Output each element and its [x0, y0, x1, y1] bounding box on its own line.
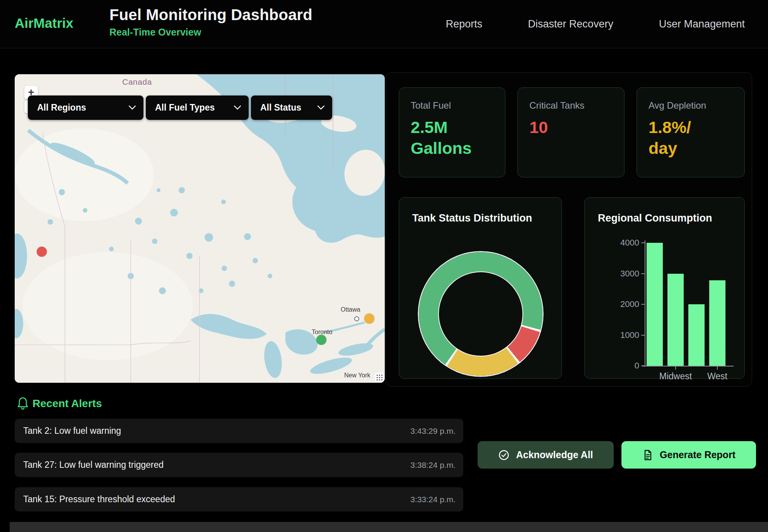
map-label-ottawa: Ottawa	[341, 306, 360, 313]
status-filter-select[interactable]: All Status	[251, 95, 332, 120]
y-tick-mark	[641, 365, 645, 366]
alert-row[interactable]: Tank 15: Pressure threshold exceeded 3:3…	[15, 487, 463, 512]
fuel-type-filter-value: All Fuel Types	[155, 102, 215, 113]
tank-marker-critical[interactable]	[37, 247, 47, 257]
alert-text: Tank 2: Low fuel warning	[23, 426, 121, 436]
acknowledge-all-label: Acknowledge All	[516, 449, 593, 460]
brand-logo[interactable]: AirMatrix	[15, 15, 73, 31]
stat-label: Total Fuel	[411, 100, 493, 111]
tank-status-chart-card: Tank Status Distribution	[399, 197, 562, 379]
consumption-bar	[647, 243, 663, 366]
metrics-panel: Total Fuel 2.5M Gallons Critical Tanks 1…	[386, 72, 752, 387]
consumption-bar	[688, 304, 705, 366]
alert-text: Tank 27: Low fuel warning triggered	[23, 460, 164, 470]
page-subtitle: Real-Time Overview	[109, 27, 312, 38]
stat-label: Avg Depletion	[649, 100, 733, 111]
alert-time: 3:33:24 p.m.	[410, 495, 456, 504]
x-tick-mark	[675, 367, 676, 370]
regional-consumption-bar-chart: 01000200030004000MidwestWest	[585, 198, 744, 379]
alert-text: Tank 15: Pressure threshold exceeded	[23, 494, 175, 505]
consumption-bar	[709, 280, 725, 366]
y-axis-line	[645, 240, 645, 367]
alert-row[interactable]: Tank 2: Low fuel warning 3:43:29 p.m.	[15, 419, 463, 443]
consumption-bar	[667, 274, 684, 366]
region-filter-value: All Regions	[37, 102, 86, 113]
page-title: Fuel Monitoring Dashboard	[109, 6, 312, 24]
tank-marker-normal[interactable]	[316, 335, 326, 345]
stat-value-total-fuel: 2.5M Gallons	[411, 117, 477, 159]
map-panel[interactable]: Canada Ottawa Toronto New York + All Reg…	[15, 74, 385, 383]
acknowledge-all-button[interactable]: Acknowledge All	[478, 441, 614, 469]
stat-card-total-fuel: Total Fuel 2.5M Gallons	[399, 87, 505, 177]
y-tick-mark	[641, 304, 645, 305]
y-tick-mark	[641, 335, 645, 336]
donut-hole	[438, 271, 523, 356]
x-tick-mark	[717, 367, 718, 370]
map-label-new-york: New York	[344, 372, 370, 379]
main-nav: Reports Disaster Recovery User Managemen…	[446, 0, 745, 48]
chevron-down-icon	[317, 106, 324, 110]
alert-time: 3:38:24 p.m.	[410, 460, 456, 470]
map-label-canada: Canada	[122, 77, 152, 87]
bell-icon	[17, 397, 29, 410]
stat-value-critical-tanks: 10	[529, 117, 596, 138]
stat-value-avg-depletion: 1.8%/ day	[649, 117, 715, 159]
nav-user-management[interactable]: User Management	[659, 18, 745, 30]
stat-card-avg-depletion: Avg Depletion 1.8%/ day	[637, 87, 745, 177]
y-tick-label: 4000	[612, 238, 639, 248]
tank-marker-warning[interactable]	[364, 314, 374, 324]
app-header: AirMatrix Fuel Monitoring Dashboard Real…	[0, 0, 768, 48]
check-circle-icon	[498, 449, 510, 461]
x-tick-label: West	[688, 371, 746, 382]
chevron-down-icon	[234, 106, 241, 110]
stat-label: Critical Tanks	[529, 100, 613, 111]
x-axis-line	[642, 366, 734, 367]
y-tick-mark	[641, 273, 645, 274]
alert-time: 3:43:29 p.m.	[410, 426, 456, 436]
tank-status-donut-chart	[419, 252, 543, 376]
generate-report-label: Generate Report	[660, 449, 736, 460]
chart-title: Tank Status Distribution	[412, 212, 532, 224]
nav-disaster-recovery[interactable]: Disaster Recovery	[528, 18, 613, 30]
region-filter-select[interactable]: All Regions	[28, 95, 143, 120]
y-tick-label: 1000	[612, 330, 639, 340]
regional-consumption-chart-card: Regional Consumption 01000200030004000Mi…	[584, 197, 745, 379]
map-filter-row: All Regions All Fuel Types All Status	[28, 95, 332, 120]
nav-reports[interactable]: Reports	[446, 18, 483, 30]
y-tick-mark	[641, 242, 645, 243]
document-icon	[642, 449, 654, 461]
fuel-type-filter-select[interactable]: All Fuel Types	[146, 95, 249, 120]
generate-report-button[interactable]: Generate Report	[621, 441, 756, 469]
status-filter-value: All Status	[260, 102, 301, 113]
stat-card-critical-tanks: Critical Tanks 10	[517, 87, 625, 177]
title-block: Fuel Monitoring Dashboard Real-Time Over…	[109, 6, 312, 38]
y-tick-label: 0	[612, 361, 639, 371]
y-tick-label: 2000	[612, 299, 639, 309]
alerts-heading: Recent Alerts	[32, 397, 102, 410]
chevron-down-icon	[129, 106, 136, 110]
horizontal-scrollbar[interactable]	[10, 522, 768, 532]
map-water-layer	[15, 74, 385, 383]
alert-row[interactable]: Tank 27: Low fuel warning triggered 3:38…	[15, 453, 463, 477]
map-drag-handle-icon[interactable]	[375, 373, 384, 382]
ottawa-city-dot	[354, 316, 359, 321]
y-tick-label: 3000	[612, 269, 639, 279]
